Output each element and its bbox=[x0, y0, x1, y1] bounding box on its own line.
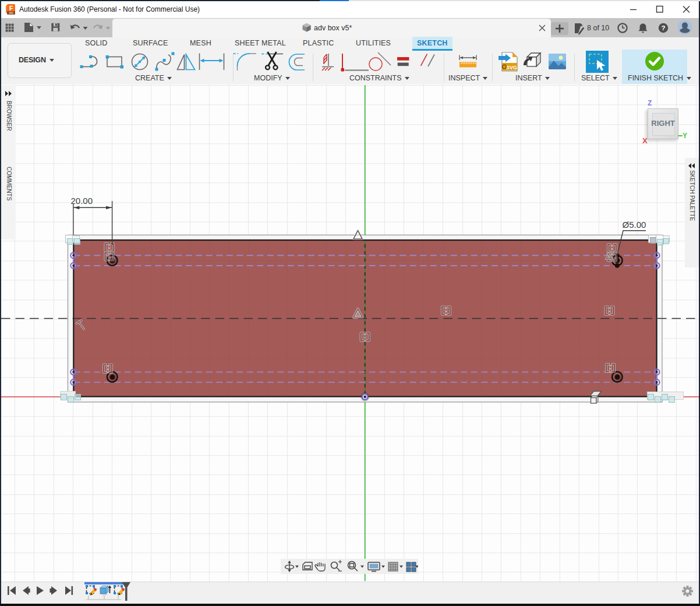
svg-text:20.00: 20.00 bbox=[71, 196, 93, 206]
svg-text:Ø5.00: Ø5.00 bbox=[623, 220, 646, 230]
